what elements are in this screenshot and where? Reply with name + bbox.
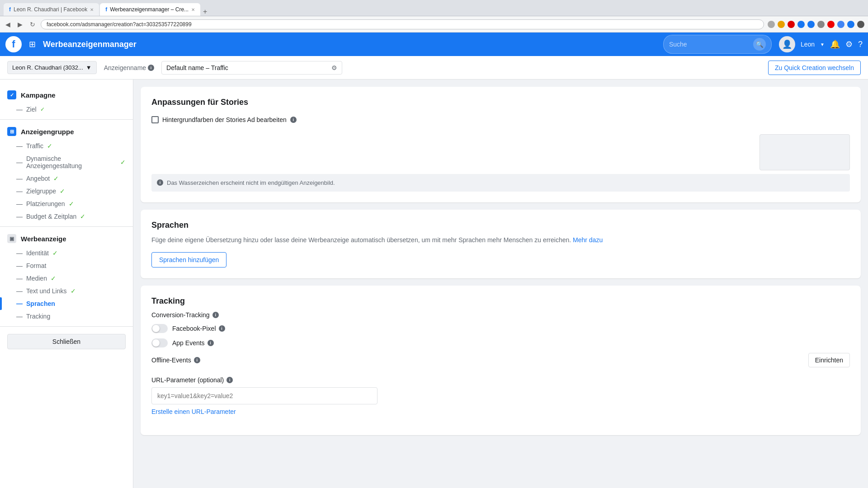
facebook-logo: f xyxy=(5,36,22,52)
account-selector-text: Leon R. Chaudhari (3032... xyxy=(12,64,83,71)
sidebar-item-traffic[interactable]: — Traffic ✓ xyxy=(0,140,133,152)
back-button[interactable]: ◀ xyxy=(4,20,12,29)
nav-icon-1 xyxy=(768,21,775,28)
app-events-info-icon[interactable]: i xyxy=(208,340,214,346)
app-title: Werbeanzeigenmanager xyxy=(43,40,656,49)
nav-icon-3 xyxy=(788,21,795,28)
grid-icon[interactable]: ⊞ xyxy=(29,39,36,49)
app-events-toggle[interactable] xyxy=(151,338,168,347)
sidebar-item-ziel[interactable]: — Ziel ✓ xyxy=(0,103,133,116)
einrichten-button[interactable]: Einrichten xyxy=(808,353,850,367)
notification-icon[interactable]: 🔔 xyxy=(830,39,840,49)
offline-events-info-icon[interactable]: i xyxy=(194,357,200,363)
stories-checkbox-label: Hintergrundfarben der Stories Ad bearbei… xyxy=(162,116,287,123)
close-button[interactable]: Schließen xyxy=(7,334,126,349)
offline-events-row: Offline-Events i Einrichten xyxy=(151,353,850,367)
search-input[interactable] xyxy=(669,41,750,48)
facebook-pixel-row: Facebook-Pixel i xyxy=(151,324,850,333)
stories-checkbox[interactable] xyxy=(151,116,159,123)
main-layout: ✓ Kampagne — Ziel ✓ ⊞ Anzeigengruppe xyxy=(0,80,868,488)
sidebar-item-sprachen[interactable]: — Sprachen xyxy=(0,297,133,310)
content-area: Anpassungen für Stories Hintergrundfarbe… xyxy=(133,80,868,488)
sidebar-item-identitaet[interactable]: — Identität ✓ xyxy=(0,247,133,259)
nav-icon-9 xyxy=(847,21,854,28)
sidebar-section-werbeanzeige: ▣ Werbeanzeige — Identität ✓ — Format — … xyxy=(0,230,133,323)
quick-creation-button[interactable]: Zu Quick Creation wechseln xyxy=(768,61,861,75)
sidebar-item-zielgruppe[interactable]: — Zielgruppe ✓ xyxy=(0,185,133,197)
sidebar-medien-check: ✓ xyxy=(51,275,56,282)
ad-name-label: Anzeigenname i xyxy=(104,64,154,71)
watermark-note-text: Das Wasserzeichen erscheint nicht im end… xyxy=(167,179,335,186)
address-bar[interactable]: facebook.com/adsmanager/creation?act=303… xyxy=(41,19,764,29)
settings-icon[interactable]: ⚙ xyxy=(845,39,853,49)
sidebar-item-textlinks[interactable]: — Text und Links ✓ xyxy=(0,285,133,297)
preview-placeholder xyxy=(760,134,850,170)
browser-tab-2-label: Werbeanzeigenmanager – Cre... xyxy=(110,6,189,13)
app-container: f ⊞ Werbeanzeigenmanager 🔍 👤 Leon ▼ 🔔 ⚙ … xyxy=(0,33,868,488)
kampagne-icon: ✓ xyxy=(7,90,16,99)
url-param-create-link[interactable]: Erstelle einen URL-Parameter xyxy=(151,408,236,415)
search-button[interactable]: 🔍 xyxy=(753,38,766,51)
werbeanzeige-icon: ▣ xyxy=(7,234,16,243)
browser-chrome: f Leon R. Chaudhari | Facebook ✕ f Werbe… xyxy=(0,0,868,16)
ad-name-value: Default name – Traffic xyxy=(166,64,328,71)
ad-name-settings-icon[interactable]: ⚙ xyxy=(331,64,337,71)
sidebar-item-format[interactable]: — Format xyxy=(0,259,133,272)
sidebar-traffic-label: Traffic xyxy=(26,142,43,150)
account-selector[interactable]: Leon R. Chaudhari (3032... ▼ xyxy=(7,61,97,74)
stories-section: Anpassungen für Stories Hintergrundfarbe… xyxy=(151,98,850,131)
top-bar: f ⊞ Werbeanzeigenmanager 🔍 👤 Leon ▼ 🔔 ⚙ … xyxy=(0,33,868,56)
watermark-note: i Das Wasserzeichen erscheint nicht im e… xyxy=(151,174,850,192)
browser-tab-2[interactable]: f Werbeanzeigenmanager – Cre... ✕ xyxy=(100,3,200,16)
user-avatar[interactable]: 👤 xyxy=(779,36,795,52)
nav-icons xyxy=(768,21,864,28)
sidebar-identitaet-check: ✓ xyxy=(52,249,58,257)
facebook-pixel-toggle[interactable] xyxy=(151,324,168,333)
conversion-info-icon[interactable]: i xyxy=(212,312,219,318)
sidebar-ziel-check: ✓ xyxy=(40,106,45,113)
sidebar-budget-check: ✓ xyxy=(80,213,85,220)
browser-nav: ◀ ▶ ↻ facebook.com/adsmanager/creation?a… xyxy=(0,16,868,33)
new-tab-button[interactable]: + xyxy=(201,8,209,16)
sidebar-item-medien[interactable]: — Medien ✓ xyxy=(0,272,133,285)
search-box: 🔍 xyxy=(663,35,772,54)
sidebar-ziel-wrapper: — Ziel ✓ xyxy=(0,103,133,116)
sprachen-title: Sprachen xyxy=(151,221,850,230)
refresh-button[interactable]: ↻ xyxy=(28,20,37,29)
ad-name-info-icon[interactable]: i xyxy=(148,65,154,71)
browser-tab-1[interactable]: f Leon R. Chaudhari | Facebook ✕ xyxy=(4,3,99,16)
sidebar-item-budget[interactable]: — Budget & Zeitplan ✓ xyxy=(0,210,133,223)
sidebar-traffic-check: ✓ xyxy=(47,142,52,150)
close-tab-2-icon[interactable]: ✕ xyxy=(191,7,195,12)
help-icon[interactable]: ? xyxy=(858,40,863,49)
sidebar-zielgruppe-check: ✓ xyxy=(60,188,65,195)
stories-title: Anpassungen für Stories xyxy=(151,98,850,107)
url-param-info-icon[interactable]: i xyxy=(226,377,233,383)
stories-checkbox-info-icon[interactable]: i xyxy=(290,117,297,123)
close-tab-1-icon[interactable]: ✕ xyxy=(90,7,94,12)
url-param-label: URL-Parameter (optional) i xyxy=(151,376,850,384)
werbeanzeige-label: Werbeanzeige xyxy=(21,235,66,243)
sidebar-item-platzierungen[interactable]: — Platzierungen ✓ xyxy=(0,197,133,210)
browser-tab-1-label: Leon R. Chaudhari | Facebook xyxy=(14,6,87,13)
sprachen-hinzufuegen-button[interactable]: Sprachen hinzufügen xyxy=(151,252,226,267)
browser-tabs: f Leon R. Chaudhari | Facebook ✕ f Werbe… xyxy=(4,0,209,16)
sprachen-mehr-link[interactable]: Mehr dazu xyxy=(573,236,603,244)
sidebar-kampagne-header: ✓ Kampagne xyxy=(0,87,133,103)
url-param-input[interactable] xyxy=(151,387,377,404)
sidebar-item-tracking[interactable]: — Tracking xyxy=(0,310,133,323)
nav-icon-10 xyxy=(857,21,864,28)
user-dropdown-icon[interactable]: ▼ xyxy=(820,42,825,47)
sidebar-ziel-dash: — xyxy=(16,106,23,113)
ad-name-input[interactable]: Default name – Traffic ⚙ xyxy=(161,61,342,75)
sidebar-sprachen-label: Sprachen xyxy=(26,300,55,307)
sidebar-item-dynamische[interactable]: — Dynamische Anzeigengestaltung ✓ xyxy=(0,152,133,172)
sprachen-card: Sprachen Füge deine eigene Übersetzung h… xyxy=(141,210,861,278)
sidebar-item-angebot[interactable]: — Angebot ✓ xyxy=(0,172,133,185)
sidebar-divider-1 xyxy=(0,119,133,120)
sidebar-textlinks-label: Text und Links xyxy=(26,287,67,295)
sidebar-identitaet-label: Identität xyxy=(26,249,49,257)
facebook-pixel-info-icon[interactable]: i xyxy=(219,325,225,332)
nav-icon-2 xyxy=(778,21,785,28)
forward-button[interactable]: ▶ xyxy=(16,20,24,29)
